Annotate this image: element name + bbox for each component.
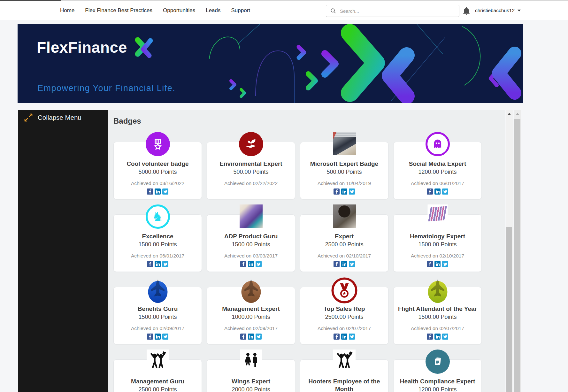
badge-title: Social Media Expert xyxy=(394,160,481,168)
nav-item-best-practices[interactable]: Flex Finance Best Practices xyxy=(85,7,152,14)
badge-card: Management Guru 2500.00 Points xyxy=(113,359,202,392)
brand-wordmark: FlexFinance xyxy=(37,39,127,56)
team-photo-icon xyxy=(240,204,263,228)
page-scrollbar-thumb[interactable] xyxy=(514,119,520,392)
badge-title: Expert xyxy=(300,233,388,240)
sales-medal-icon xyxy=(331,277,358,304)
badge-achieved-date: Achieved on 02/09/2017 xyxy=(114,326,202,331)
badge-points: 2500.00 Points xyxy=(300,241,388,248)
badge-achieved-date: Achieved on 03/16/2022 xyxy=(114,181,202,186)
facebook-icon[interactable] xyxy=(147,261,153,267)
badge-achieved-date: Achieved on 02/10/2017 xyxy=(300,253,388,259)
brand-chevron-icon xyxy=(132,35,156,59)
facebook-icon[interactable] xyxy=(334,261,340,267)
inner-scrollbar-thumb[interactable] xyxy=(506,227,512,392)
search-box[interactable] xyxy=(326,5,459,17)
nav-item-opportunities[interactable]: Opportunities xyxy=(163,7,195,14)
linkedin-icon[interactable] xyxy=(155,261,161,267)
badge-card: Cool volunteer badge 5000.00 Points Achi… xyxy=(113,142,202,199)
inner-scrollbar[interactable] xyxy=(506,110,513,392)
badge-title: ADP Product Guru xyxy=(207,233,295,240)
badge-title: Hematology Expert xyxy=(394,233,481,240)
badge-card: Wings Expert 2000.00 Points xyxy=(207,359,295,392)
linkedin-icon[interactable] xyxy=(434,261,441,267)
page-scrollbar[interactable] xyxy=(514,110,521,392)
facebook-icon[interactable] xyxy=(147,188,153,195)
twitter-icon[interactable] xyxy=(162,188,168,195)
linkedin-icon[interactable] xyxy=(341,261,347,267)
scroll-up-arrow[interactable] xyxy=(516,113,519,115)
badge-title: Cool volunteer badge xyxy=(114,160,202,168)
badge-title: Health Compliance Expert xyxy=(394,378,481,385)
share-buttons xyxy=(300,261,388,267)
nav-item-support[interactable]: Support xyxy=(231,7,250,14)
twitter-icon[interactable] xyxy=(162,334,168,340)
share-buttons xyxy=(394,261,481,267)
twitter-icon[interactable] xyxy=(349,334,355,340)
linkedin-icon[interactable] xyxy=(248,261,254,267)
share-buttons xyxy=(114,261,202,267)
cheering-figures-icon xyxy=(333,350,356,373)
badges-panel: Badges Cool volunteer badge 5000.00 Poin… xyxy=(108,110,505,392)
facebook-icon[interactable] xyxy=(334,188,340,195)
twitter-icon[interactable] xyxy=(442,188,448,195)
linkedin-icon[interactable] xyxy=(434,188,441,195)
badge-title: Excellence xyxy=(114,233,202,240)
facebook-icon[interactable] xyxy=(147,334,153,340)
search-icon xyxy=(330,8,336,14)
left-sidebar: Collapse Menu xyxy=(18,110,108,392)
facebook-icon[interactable] xyxy=(427,261,433,267)
scroll-up-arrow[interactable] xyxy=(507,113,511,115)
badge-card: Management Expert 1000.00 Points Achieve… xyxy=(207,287,295,344)
badge-points: 1500.00 Points xyxy=(207,241,295,248)
badge-title: Flight Attendant of the Year xyxy=(394,305,481,313)
ghost-icon xyxy=(426,132,450,156)
linkedin-icon[interactable] xyxy=(341,334,347,340)
brand-logo: FlexFinance xyxy=(37,35,156,59)
nav-item-home[interactable]: Home xyxy=(60,7,74,14)
linkedin-icon[interactable] xyxy=(248,334,254,340)
badge-points: 2000.00 Points xyxy=(207,386,295,392)
badge-points: 1200.00 Points xyxy=(394,386,481,392)
plane-badge-icon xyxy=(425,277,451,304)
facebook-icon[interactable] xyxy=(427,188,433,195)
twitter-icon[interactable] xyxy=(349,261,355,267)
badge-achieved-date: Achieved on 02/07/2017 xyxy=(394,326,481,331)
badge-achieved-date: Achieved on 06/01/2017 xyxy=(114,253,202,259)
badge-points: 2500.00 Points xyxy=(300,313,388,320)
facebook-icon[interactable] xyxy=(240,334,246,340)
twitter-icon[interactable] xyxy=(256,261,262,267)
top-header: Home Flex Finance Best Practices Opportu… xyxy=(0,1,568,20)
share-buttons xyxy=(394,188,481,195)
search-input[interactable] xyxy=(339,8,446,14)
badges-heading: Badges xyxy=(113,117,141,126)
badge-points: 500.00 Points xyxy=(207,168,295,175)
linkedin-icon[interactable] xyxy=(155,188,161,195)
badge-title: Top Sales Rep xyxy=(300,305,388,313)
twitter-icon[interactable] xyxy=(442,334,448,340)
twitter-icon[interactable] xyxy=(349,188,355,195)
badge-title: Management Expert xyxy=(207,305,295,313)
badge-card: ADP Product Guru 1500.00 Points Achieved… xyxy=(207,214,295,272)
user-menu[interactable]: christiebacchus12 xyxy=(475,1,521,20)
notification-bell-icon[interactable] xyxy=(462,6,471,16)
twitter-icon[interactable] xyxy=(442,261,448,267)
collapse-menu-label: Collapse Menu xyxy=(38,114,81,121)
linkedin-icon[interactable] xyxy=(155,334,161,340)
badge-achieved-date: Achieved on 02/09/2017 xyxy=(207,326,295,331)
facebook-icon[interactable] xyxy=(427,334,433,340)
facebook-icon[interactable] xyxy=(240,261,246,267)
nav-item-leads[interactable]: Leads xyxy=(206,7,220,14)
badge-card: Excellence 1500.00 Points Achieved on 06… xyxy=(113,214,202,272)
twitter-icon[interactable] xyxy=(162,261,168,267)
badge-points: 1500.00 Points xyxy=(394,313,481,320)
facebook-icon[interactable] xyxy=(334,334,340,340)
twitter-icon[interactable] xyxy=(256,334,262,340)
linkedin-icon[interactable] xyxy=(341,188,347,195)
meeting-photo-icon xyxy=(333,132,356,155)
linkedin-icon[interactable] xyxy=(434,334,441,340)
share-buttons xyxy=(300,334,388,340)
afro-woman-photo-icon xyxy=(333,204,356,228)
badge-card: Social Media Expert 1200.00 Points Achie… xyxy=(393,142,482,199)
collapse-menu-button[interactable]: Collapse Menu xyxy=(18,110,108,122)
